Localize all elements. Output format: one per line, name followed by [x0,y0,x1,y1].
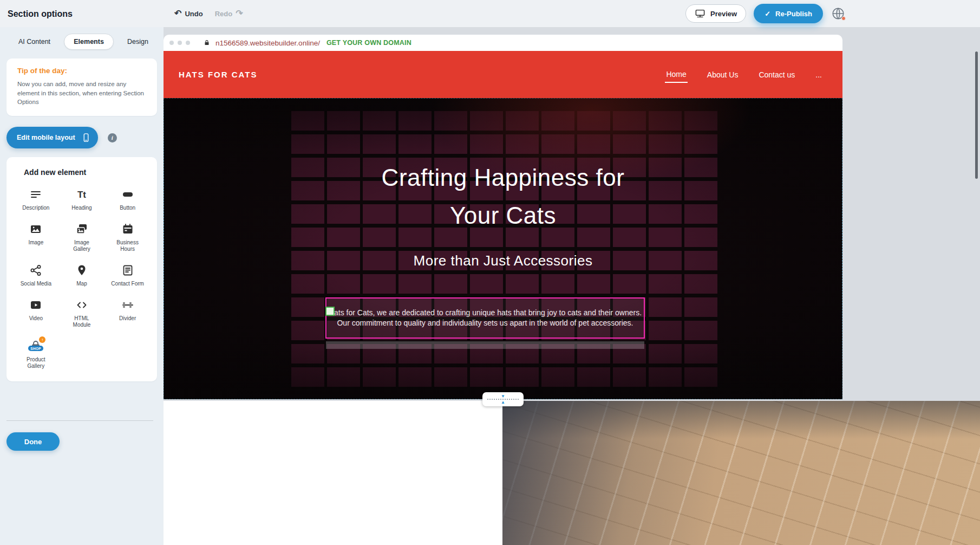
redo-button[interactable]: Redo ↷ [215,9,243,18]
page-title: Section options [8,9,73,19]
product-gallery-icon: SHOP ↑ [28,340,44,353]
hero-body-line1: Hats for Cats, we are dedicated to craft… [326,308,644,318]
site-header[interactable]: HATS FOR CATS Home About Us Contact us .… [164,51,842,98]
element-hover-indicator [326,341,644,349]
element-tile-contact-form[interactable]: Contact Form [104,259,151,291]
nav-item-contact-us[interactable]: Contact us [757,67,796,82]
edit-mobile-label: Edit mobile layout [17,134,75,141]
check-icon: ✓ [765,10,770,18]
element-tile-video[interactable]: Video [13,294,59,333]
hero-subtitle[interactable]: More than Just Accessories [164,252,842,269]
element-tile-map[interactable]: Map [59,259,105,291]
edit-mobile-layout-button[interactable]: Edit mobile layout [6,127,98,148]
canvas-scrollbar[interactable] [975,51,978,179]
editor-canvas: n1566589.websitebuilder.online/ GET YOUR… [164,27,980,545]
sidebar-tabs: AI Content Elements Design [0,27,164,53]
element-tile-divider[interactable]: Divider [104,294,151,333]
undo-button[interactable]: ↶ Undo [174,9,203,18]
get-your-own-domain-link[interactable]: GET YOUR OWN DOMAIN [326,39,411,47]
undo-icon: ↶ [174,9,181,18]
lock-icon [203,39,211,47]
element-tile-html-module[interactable]: HTML Module [59,294,105,333]
element-tile-button[interactable]: Button [104,183,151,216]
nav-item-more[interactable]: ... [814,67,823,82]
element-tile-social-media[interactable]: Social Media [13,259,59,291]
tab-design[interactable]: Design [125,34,151,49]
nav-item-about-us[interactable]: About Us [706,67,740,82]
redo-icon: ↷ [236,9,243,18]
site-logo[interactable]: HATS FOR CATS [179,70,257,79]
undo-redo-group: ↶ Undo Redo ↷ [174,0,243,27]
header-actions: Preview ✓ Re-Publish [685,0,846,27]
site-url[interactable]: n1566589.websitebuilder.online/ [215,39,320,47]
notification-dot [841,16,846,21]
tab-elements[interactable]: Elements [64,34,114,50]
window-dot [178,41,182,45]
divider-icon [121,299,134,312]
app-header: Section options ↶ Undo Redo ↷ Preview ✓ … [0,0,980,27]
language-globe-button[interactable] [831,6,846,21]
next-section-photo[interactable] [502,401,980,545]
hero-title[interactable]: Crafting Happiness for Your Cats [164,159,842,235]
element-tile-business-hours[interactable]: Business Hours [104,218,151,257]
hero-body-line2: Our commitment to quality and individual… [326,318,644,328]
info-icon[interactable]: i [108,133,117,142]
browser-chrome-bar: n1566589.websitebuilder.online/ GET YOUR… [164,35,842,51]
arrow-down-icon: ▼ [501,394,505,398]
undo-label: Undo [185,10,202,18]
preview-button[interactable]: Preview [685,4,746,23]
tip-title: Tip of the day: [17,67,147,75]
heading-icon: Tt [75,188,88,201]
sidebar-footer: Done [0,420,164,545]
preview-label: Preview [710,10,737,18]
element-tile-heading[interactable]: Tt Heading [59,183,105,216]
window-dots [169,41,190,45]
tip-of-the-day-card: Tip of the day: Now you can add, move an… [6,59,157,116]
window-dot [186,41,190,45]
map-icon [75,264,88,277]
element-tile-description[interactable]: Description [13,183,59,216]
edit-mobile-row: Edit mobile layout i [6,127,157,148]
window-dot [169,41,174,45]
site-nav: Home About Us Contact us ... [665,51,823,98]
sidebar-divider [6,420,153,421]
image-gallery-icon [75,223,88,236]
element-grid: Description Tt Heading Button Image Imag… [13,183,151,374]
element-tile-image-gallery[interactable]: Image Gallery [59,218,105,257]
shop-badge: SHOP [28,346,43,351]
image-icon [29,223,42,236]
add-new-element-card: Add new element Description Tt Heading B… [6,157,157,381]
hero-section-selected[interactable]: Crafting Happiness for Your Cats More th… [164,98,842,399]
section-resize-handle[interactable]: ▼ ▲ [482,392,524,406]
phone-icon [81,133,91,142]
arrow-up-icon: ▲ [501,400,505,404]
section-options-sidebar: AI Content Elements Design Tip of the da… [0,27,164,545]
monitor-icon [695,9,705,18]
button-icon [121,188,134,201]
business-hours-icon [121,223,134,236]
tab-ai-content[interactable]: AI Content [16,34,53,49]
element-tile-image[interactable]: Image [13,218,59,257]
contact-form-icon [121,264,134,277]
redo-label: Redo [215,10,233,18]
social-media-icon [29,264,42,277]
upgrade-dot-icon: ↑ [39,336,45,343]
next-section-white-column[interactable] [164,401,502,545]
hero-body-selection[interactable]: Hats for Cats, we are dedicated to craft… [325,297,645,339]
element-tile-product-gallery[interactable]: SHOP ↑ Product Gallery [13,335,59,374]
republish-button[interactable]: ✓ Re-Publish [754,4,823,23]
tip-body: Now you can add, move and resize any ele… [17,80,145,107]
video-icon [29,299,42,312]
add-new-element-title: Add new element [24,168,151,177]
nav-item-home[interactable]: Home [665,67,687,83]
description-icon [29,188,42,201]
resize-handle-left[interactable] [325,307,335,316]
done-button[interactable]: Done [6,432,60,451]
html-module-icon [75,299,88,312]
republish-label: Re-Publish [775,10,812,18]
